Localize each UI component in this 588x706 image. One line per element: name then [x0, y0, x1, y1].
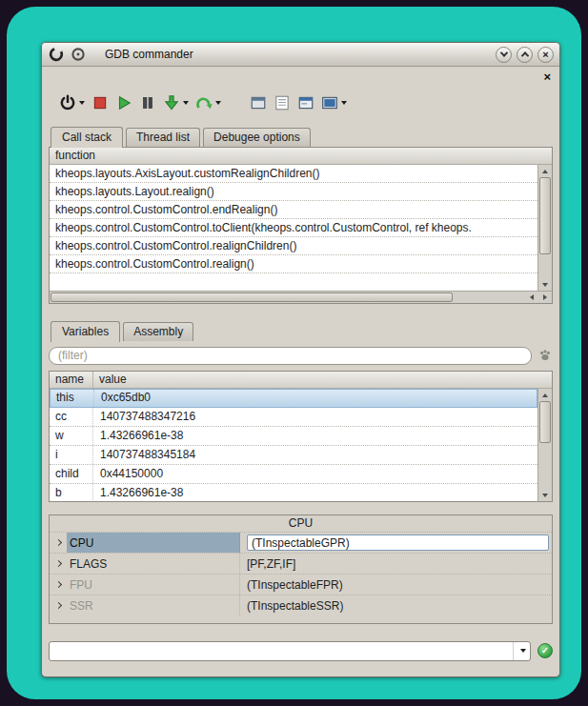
tab-variables[interactable]: Variables: [51, 321, 120, 342]
step-into-button[interactable]: [160, 91, 192, 115]
combo-dropdown-button[interactable]: [513, 642, 530, 660]
scroll-track[interactable]: [538, 177, 552, 278]
frame-button[interactable]: [247, 91, 270, 115]
expand-button[interactable]: [50, 533, 67, 553]
variable-name: this: [51, 390, 94, 407]
command-input[interactable]: [50, 642, 513, 660]
dropdown-arrow-icon: [341, 101, 347, 105]
highlight-frame: GDB commander × ×: [7, 7, 581, 699]
dock-header: ×: [49, 70, 553, 83]
variable-name: child: [50, 465, 93, 483]
titlebar[interactable]: GDB commander ×: [42, 43, 559, 67]
scroll-track[interactable]: [538, 401, 552, 489]
cpu-row[interactable]: SSR (TInspectableSSR): [50, 595, 552, 615]
callstack-row[interactable]: kheops.control.CustomControl.realignChil…: [50, 237, 537, 255]
scroll-thumb[interactable]: [539, 177, 551, 254]
variables-tabbar: Variables Assembly: [49, 320, 553, 341]
power-button[interactable]: [56, 91, 88, 115]
callstack-rows: kheops.layouts.AxisLayout.customRealignC…: [50, 165, 537, 291]
filter-input[interactable]: [49, 347, 532, 365]
run-icon: [115, 94, 132, 111]
variable-value: 1.43266961e-38: [93, 427, 537, 445]
variable-row[interactable]: i 140737488345184: [50, 446, 537, 465]
callstack-row[interactable]: kheops.control.CustomControl.endRealign(…: [50, 201, 537, 219]
expand-button[interactable]: [50, 554, 67, 574]
command-bar: ✓: [49, 640, 553, 661]
tab-debugee-options[interactable]: Debugee options: [203, 128, 311, 147]
variable-row[interactable]: child 0x44150000: [50, 465, 537, 484]
cpu-inspector-panel: CPU CPU (TInspectableGPR) FLAGS [PF,ZF,I…: [49, 514, 553, 624]
list-button[interactable]: [271, 91, 294, 115]
maximize-button[interactable]: [517, 47, 533, 63]
cpu-panel-title: CPU: [50, 515, 552, 532]
minimize-button[interactable]: [496, 47, 512, 63]
stop-button[interactable]: [89, 91, 112, 115]
scroll-left-button[interactable]: [525, 292, 538, 303]
cpu-row-value: (TInspectableSSR): [240, 595, 552, 615]
scroll-down-button[interactable]: [538, 489, 552, 501]
variable-name: w: [50, 427, 93, 445]
dock-close-icon[interactable]: ×: [543, 71, 553, 83]
scroll-down-icon: [542, 494, 548, 497]
command-combobox[interactable]: [49, 641, 531, 661]
run-button[interactable]: [112, 91, 135, 115]
filter-paw-icon[interactable]: [537, 348, 553, 363]
cpu-row-name: CPU: [67, 533, 240, 553]
variable-name: i: [50, 446, 93, 464]
variable-row[interactable]: this 0xc65db0: [50, 389, 537, 408]
window-menu-icon[interactable]: [70, 46, 87, 63]
variable-name: cc: [50, 408, 93, 426]
cpu-row[interactable]: FPU (TInspectableFPR): [50, 574, 552, 595]
variables-vertical-scrollbar[interactable]: [537, 389, 552, 501]
variable-value: 1.43266961e-38: [93, 484, 537, 501]
list-icon: [274, 94, 291, 111]
callstack-vertical-scrollbar[interactable]: [537, 165, 552, 291]
tab-call-stack[interactable]: Call stack: [51, 127, 123, 148]
close-button[interactable]: ×: [537, 47, 554, 63]
variable-name: b: [50, 484, 93, 501]
display-icon: [321, 94, 338, 111]
cpu-row[interactable]: CPU (TInspectableGPR): [50, 532, 552, 553]
callstack-row[interactable]: kheops.control.CustomControl.realign(): [50, 255, 537, 273]
cpu-value-editor[interactable]: (TInspectableGPR): [247, 535, 549, 551]
debug-toolbar: [49, 89, 553, 117]
expand-button[interactable]: [50, 575, 67, 595]
step-over-button[interactable]: [193, 91, 224, 115]
callstack-horizontal-scrollbar[interactable]: [50, 291, 552, 303]
step-over-icon: [195, 94, 213, 111]
callstack-panel: function kheops.layouts.AxisLayout.custo…: [49, 147, 553, 304]
scroll-up-button[interactable]: [538, 165, 552, 177]
variables-header: name value: [50, 372, 552, 389]
variables-panel: name value this 0xc65db0 cc 140737488347…: [49, 371, 553, 502]
chevron-right-icon: [54, 581, 61, 588]
scroll-left-icon: [530, 294, 534, 300]
scroll-right-button[interactable]: [538, 292, 552, 303]
watch-button[interactable]: [294, 91, 317, 115]
variable-row[interactable]: cc 140737488347216: [50, 408, 537, 427]
display-button[interactable]: [318, 91, 350, 115]
send-command-button[interactable]: ✓: [537, 643, 553, 658]
scroll-track[interactable]: [453, 292, 525, 303]
scroll-down-button[interactable]: [538, 278, 552, 291]
tab-thread-list[interactable]: Thread list: [126, 128, 200, 147]
callstack-header: function: [50, 148, 552, 165]
scroll-up-button[interactable]: [538, 389, 552, 401]
callstack-row[interactable]: kheops.layouts.Layout.realign(): [50, 183, 537, 201]
dropdown-arrow-icon: [183, 101, 189, 105]
scroll-thumb[interactable]: [539, 401, 551, 443]
cpu-row[interactable]: FLAGS [PF,ZF,IF]: [50, 553, 552, 574]
power-icon: [59, 94, 76, 111]
variable-row[interactable]: w 1.43266961e-38: [50, 427, 537, 446]
cpu-row-value-cell: (TInspectableGPR): [240, 533, 552, 553]
tab-assembly[interactable]: Assembly: [123, 322, 193, 341]
expand-button[interactable]: [50, 595, 67, 615]
callstack-row[interactable]: kheops.layouts.AxisLayout.customRealignC…: [50, 165, 537, 183]
variables-rows: this 0xc65db0 cc 140737488347216 w 1.432…: [50, 389, 537, 501]
callstack-row[interactable]: kheops.control.CustomControl.toClient(kh…: [50, 219, 537, 237]
chevron-right-icon: [54, 560, 61, 567]
scroll-thumb[interactable]: [51, 292, 453, 302]
variable-row[interactable]: b 1.43266961e-38: [50, 484, 537, 501]
gdb-commander-window: GDB commander × ×: [41, 42, 560, 677]
pause-button[interactable]: [136, 91, 159, 115]
scroll-down-icon: [542, 283, 548, 287]
